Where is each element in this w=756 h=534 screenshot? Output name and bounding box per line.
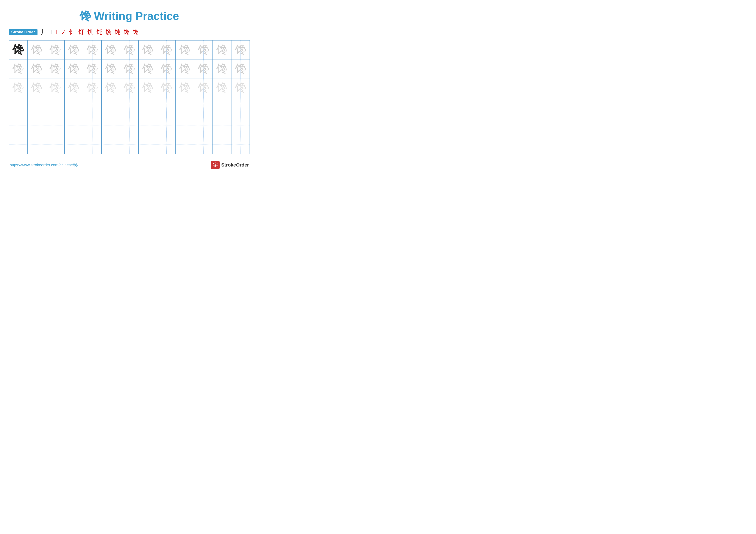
- grid-cell-6-13[interactable]: [231, 135, 250, 154]
- grid-cell-4-8[interactable]: [139, 97, 157, 116]
- grid-cell-4-2[interactable]: [28, 97, 46, 116]
- footer-link[interactable]: https://www.strokeorder.com/chinese/馋: [10, 163, 78, 167]
- grid-cell-5-13[interactable]: [231, 116, 250, 135]
- char-light: 馋: [31, 44, 42, 55]
- grid-cell-5-9[interactable]: [157, 116, 176, 135]
- char-light: 馋: [50, 44, 61, 55]
- char-light: 馋: [235, 63, 246, 74]
- char-light: 馋: [179, 63, 191, 74]
- grid-cell-1-7: 馋: [120, 40, 139, 59]
- grid-cell-4-6[interactable]: [102, 97, 120, 116]
- grid-cell-5-4[interactable]: [65, 116, 83, 135]
- grid-cell-6-6[interactable]: [102, 135, 120, 154]
- grid-cell-4-10[interactable]: [176, 97, 194, 116]
- grid-row-2: 馋 馋 馋 馋 馋 馋 馋 馋 馋 馋 馋 馋 馋: [9, 60, 250, 78]
- grid-cell-5-5[interactable]: [83, 116, 102, 135]
- grid-cell-1-9: 馋: [157, 40, 176, 59]
- stroke-step-5: 饣: [69, 28, 75, 36]
- grid-cell-2-1: 馋: [9, 60, 28, 78]
- grid-row-1: 馋 馋 馋 馋 馋 馋 馋 馋 馋 馋 馋 馋 馋: [9, 40, 250, 60]
- grid-cell-3-11: 馋: [194, 78, 213, 97]
- stroke-step-10: 饨: [115, 28, 121, 36]
- grid-cell-5-8[interactable]: [139, 116, 157, 135]
- grid-cell-3-4: 馋: [65, 78, 83, 97]
- grid-cell-5-12[interactable]: [213, 116, 231, 135]
- grid-cell-4-5[interactable]: [83, 97, 102, 116]
- grid-cell-3-1: 馋: [9, 78, 28, 97]
- grid-cell-5-3[interactable]: [46, 116, 65, 135]
- grid-cell-6-12[interactable]: [213, 135, 231, 154]
- grid-cell-5-1[interactable]: [9, 116, 28, 135]
- grid-cell-5-11[interactable]: [194, 116, 213, 135]
- grid-cell-4-11[interactable]: [194, 97, 213, 116]
- char-light: 馋: [235, 44, 246, 55]
- grid-cell-6-4[interactable]: [65, 135, 83, 154]
- grid-row-6: [9, 135, 250, 154]
- char-lighter: 馋: [50, 82, 61, 93]
- char-light: 馋: [124, 63, 135, 74]
- stroke-step-12: 馋: [133, 28, 139, 36]
- stroke-step-8: 饦: [96, 28, 102, 36]
- grid-cell-6-3[interactable]: [46, 135, 65, 154]
- char-light: 馋: [124, 44, 135, 55]
- char-lighter: 馋: [13, 82, 24, 93]
- grid-cell-3-6: 馋: [102, 78, 120, 97]
- grid-cell-6-1[interactable]: [9, 135, 28, 154]
- char-lighter: 馋: [179, 82, 191, 93]
- footer-brand: 字 StrokeOrder: [211, 161, 249, 169]
- char-light: 馋: [161, 44, 172, 55]
- grid-cell-6-10[interactable]: [176, 135, 194, 154]
- char-light: 馋: [31, 63, 42, 74]
- char-light: 馋: [179, 44, 191, 55]
- grid-cell-4-9[interactable]: [157, 97, 176, 116]
- grid-cell-6-7[interactable]: [120, 135, 139, 154]
- grid-cell-3-7: 馋: [120, 78, 139, 97]
- grid-cell-5-2[interactable]: [28, 116, 46, 135]
- grid-cell-4-4[interactable]: [65, 97, 83, 116]
- grid-cell-1-6: 馋: [102, 40, 120, 59]
- grid-cell-4-7[interactable]: [120, 97, 139, 116]
- grid-cell-6-11[interactable]: [194, 135, 213, 154]
- stroke-step-11: 馋: [123, 28, 129, 36]
- grid-cell-1-8: 馋: [139, 40, 157, 59]
- grid-cell-3-10: 馋: [176, 78, 194, 97]
- char-light: 馋: [198, 44, 209, 55]
- grid-row-4: [9, 97, 250, 116]
- grid-cell-1-2: 馋: [28, 40, 46, 59]
- char-light: 馋: [216, 63, 228, 74]
- grid-cell-6-2[interactable]: [28, 135, 46, 154]
- char-lighter: 馋: [216, 82, 228, 93]
- grid-cell-2-10: 馋: [176, 60, 194, 78]
- char-light: 馋: [161, 63, 172, 74]
- grid-cell-6-8[interactable]: [139, 135, 157, 154]
- grid-cell-6-9[interactable]: [157, 135, 176, 154]
- stroke-order-row: Stroke Order 丿 𠄌 𠄌 ㇇ 饣 饤 饥 饦 饧 饨 馋 馋: [9, 28, 250, 36]
- grid-cell-5-7[interactable]: [120, 116, 139, 135]
- char-light: 馋: [198, 63, 209, 74]
- stroke-step-2: 𠄌: [50, 29, 52, 36]
- grid-cell-3-9: 馋: [157, 78, 176, 97]
- char-lighter: 馋: [142, 82, 153, 93]
- grid-cell-1-3: 馋: [46, 40, 65, 59]
- grid-cell-2-7: 馋: [120, 60, 139, 78]
- grid-cell-2-8: 馋: [139, 60, 157, 78]
- grid-cell-4-1[interactable]: [9, 97, 28, 116]
- grid-cell-5-10[interactable]: [176, 116, 194, 135]
- grid-cell-1-1: 馋: [9, 40, 28, 59]
- grid-cell-3-13: 馋: [231, 78, 250, 97]
- stroke-step-4: ㇇: [60, 28, 66, 36]
- grid-row-5: [9, 116, 250, 135]
- stroke-order-badge: Stroke Order: [9, 29, 38, 35]
- char-dark: 馋: [13, 44, 24, 55]
- grid-cell-5-6[interactable]: [102, 116, 120, 135]
- stroke-step-9: 饧: [105, 28, 111, 36]
- grid-cell-4-12[interactable]: [213, 97, 231, 116]
- grid-cell-4-3[interactable]: [46, 97, 65, 116]
- grid-cell-6-5[interactable]: [83, 135, 102, 154]
- grid-cell-4-13[interactable]: [231, 97, 250, 116]
- char-lighter: 馋: [124, 82, 135, 93]
- grid-cell-2-13: 馋: [231, 60, 250, 78]
- grid-cell-2-3: 馋: [46, 60, 65, 78]
- grid-cell-1-5: 馋: [83, 40, 102, 59]
- char-light: 馋: [142, 44, 153, 55]
